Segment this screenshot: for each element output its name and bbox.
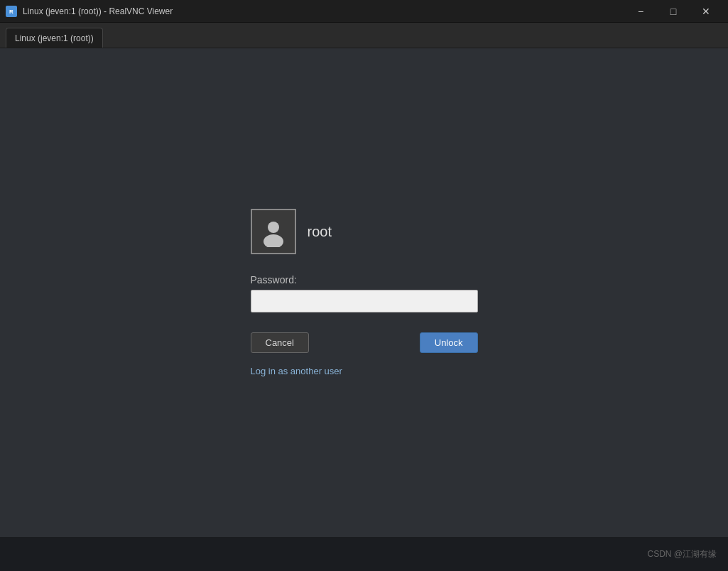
title-bar-left: R Linux (jeven:1 (root)) - RealVNC Viewe… <box>6 6 173 17</box>
password-section: Password: <box>251 274 478 312</box>
buttons-row: Cancel Unlock <box>251 332 478 353</box>
username-label: root <box>308 224 332 240</box>
close-button[interactable]: ✕ <box>690 0 722 23</box>
lock-dialog: root Password: Cancel Unlock Log in as a… <box>251 209 478 376</box>
avatar <box>251 209 296 254</box>
restore-button[interactable]: □ <box>657 0 690 23</box>
title-bar: R Linux (jeven:1 (root)) - RealVNC Viewe… <box>0 0 728 23</box>
window-title: Linux (jeven:1 (root)) - RealVNC Viewer <box>23 6 173 16</box>
unlock-button[interactable]: Unlock <box>420 332 478 353</box>
cancel-button[interactable]: Cancel <box>251 332 309 353</box>
tab-bar: Linux (jeven:1 (root)) <box>0 23 728 48</box>
user-section: root <box>251 209 332 254</box>
svg-text:R: R <box>9 9 13 15</box>
main-content: root Password: Cancel Unlock Log in as a… <box>0 48 728 537</box>
realvnc-icon: R <box>6 6 17 17</box>
tab-linux[interactable]: Linux (jeven:1 (root)) <box>6 28 103 48</box>
password-input[interactable] <box>251 290 478 312</box>
minimize-button[interactable]: − <box>624 0 657 23</box>
taskbar: CSDN @江湖有缘 <box>0 537 728 571</box>
password-label: Password: <box>251 274 478 286</box>
svg-point-9 <box>264 234 283 247</box>
watermark-text: CSDN @江湖有缘 <box>647 548 717 560</box>
svg-point-8 <box>268 222 279 233</box>
window-controls: − □ ✕ <box>624 0 722 23</box>
login-as-another-link[interactable]: Log in as another user <box>251 366 342 376</box>
